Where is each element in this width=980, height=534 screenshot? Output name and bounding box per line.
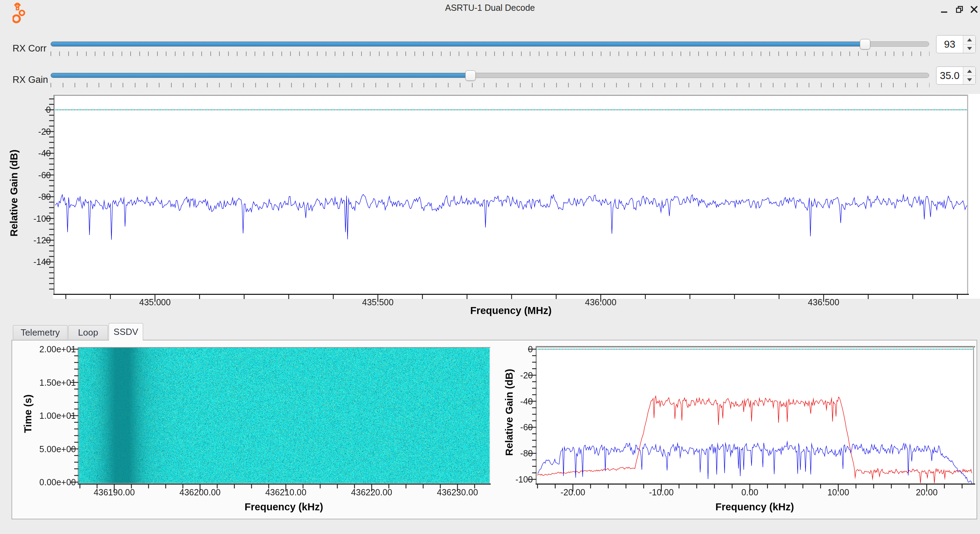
tab-loop[interactable]: Loop xyxy=(68,325,108,339)
waterfall-ylabel: Time (s) xyxy=(22,344,34,483)
tab-telemetry[interactable]: Telemetry xyxy=(13,325,68,339)
main-plot-ylabel: Relative Gain (dB) xyxy=(8,124,20,263)
zoom-plot-ylabel: Relative Gain (dB) xyxy=(504,343,515,482)
zoom-plot-xlabel: Frequency (kHz) xyxy=(685,501,824,513)
tab-ssdv[interactable]: SSDV xyxy=(109,323,143,340)
waterfall-xlabel: Frequency (kHz) xyxy=(214,501,353,513)
spectrum-waterfall-plots xyxy=(0,0,980,534)
app-window: ASRTU-1 Dual Decode RX Corr 93 xyxy=(0,0,980,534)
main-plot-xlabel: Frequency (MHz) xyxy=(441,305,581,316)
